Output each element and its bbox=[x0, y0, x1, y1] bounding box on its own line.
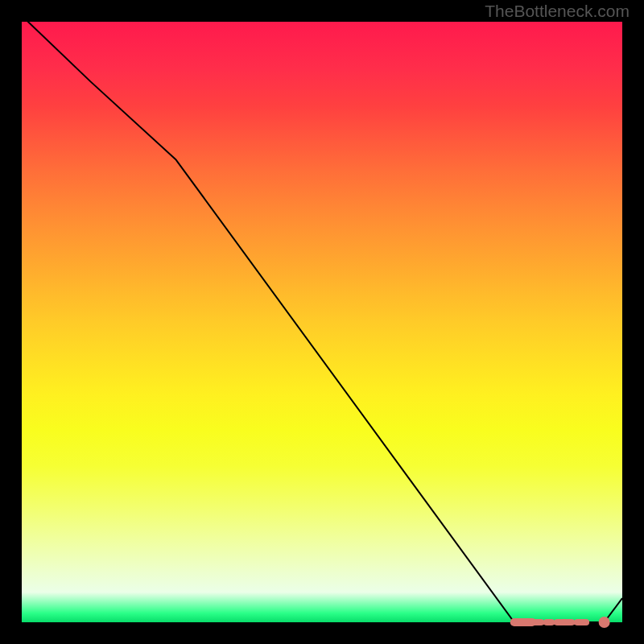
chart-svg bbox=[0, 0, 644, 644]
chart-line bbox=[22, 16, 622, 622]
chart-end-marker bbox=[599, 617, 610, 628]
watermark-text: TheBottleneck.com bbox=[485, 2, 630, 21]
